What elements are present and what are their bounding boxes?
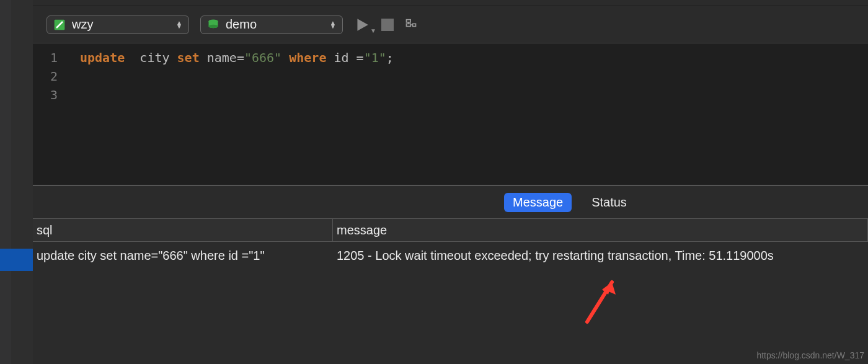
connection-icon (53, 19, 66, 31)
tok-idcol: id (334, 50, 348, 65)
tab-status[interactable]: Status (583, 193, 636, 212)
tok-semi: ; (386, 50, 394, 65)
tok-str: "666" (244, 50, 281, 65)
connection-select[interactable]: wzy ▲▼ (46, 16, 189, 34)
line-number: 3 (33, 86, 58, 104)
explain-button[interactable] (405, 19, 417, 31)
cell-message: 1205 - Lock wait timeout exceeded; try r… (333, 249, 868, 263)
result-tabs: Message Status (33, 185, 868, 218)
line-number: 1 (33, 48, 58, 67)
sql-editor[interactable]: 1 2 3 update city set name="666" where i… (33, 43, 868, 185)
top-icon-row (33, 0, 868, 6)
run-button[interactable]: ▼ (354, 17, 370, 33)
tab-message[interactable]: Message (504, 193, 572, 212)
watermark: https://blog.csdn.net/W_317 (756, 350, 864, 360)
chevron-updown-icon: ▲▼ (330, 21, 336, 29)
line-number: 2 (33, 67, 58, 86)
svg-point-2 (209, 24, 218, 27)
svg-rect-5 (413, 24, 416, 26)
tok-str2: "1" (364, 50, 386, 65)
gutter-strip (11, 0, 33, 364)
col-header-message[interactable]: message (333, 219, 868, 241)
svg-rect-3 (407, 19, 411, 22)
grid-header: sql message (33, 218, 868, 242)
tok-eq2: = (349, 50, 364, 65)
col-header-sql[interactable]: sql (33, 219, 333, 241)
database-select[interactable]: demo ▲▼ (200, 16, 343, 34)
row-selection-marker (0, 249, 33, 271)
table-row[interactable]: update city set name="666" where id ="1"… (33, 242, 868, 269)
tok-table: city (140, 50, 169, 65)
cell-sql: update city set name="666" where id ="1" (33, 249, 333, 263)
line-number-gutter: 1 2 3 (33, 43, 65, 185)
kw-where: where (289, 50, 326, 65)
tok-col: name (207, 50, 237, 65)
kw-set: set (177, 50, 200, 65)
svg-rect-4 (407, 24, 411, 26)
run-dropdown-caret-icon[interactable]: ▼ (370, 27, 376, 34)
database-label: demo (226, 17, 257, 32)
activity-bar (0, 0, 11, 364)
toolbar: wzy ▲▼ demo ▲▼ ▼ (33, 6, 868, 43)
result-grid: sql message update city set name="666" w… (33, 218, 868, 364)
tok-eq: = (237, 50, 244, 65)
chevron-updown-icon: ▲▼ (176, 21, 182, 29)
connection-label: wzy (72, 17, 93, 32)
database-icon (207, 19, 219, 31)
kw-update: update (80, 50, 125, 65)
code-area[interactable]: update city set name="666" where id ="1"… (65, 43, 868, 185)
stop-button[interactable] (381, 19, 394, 31)
